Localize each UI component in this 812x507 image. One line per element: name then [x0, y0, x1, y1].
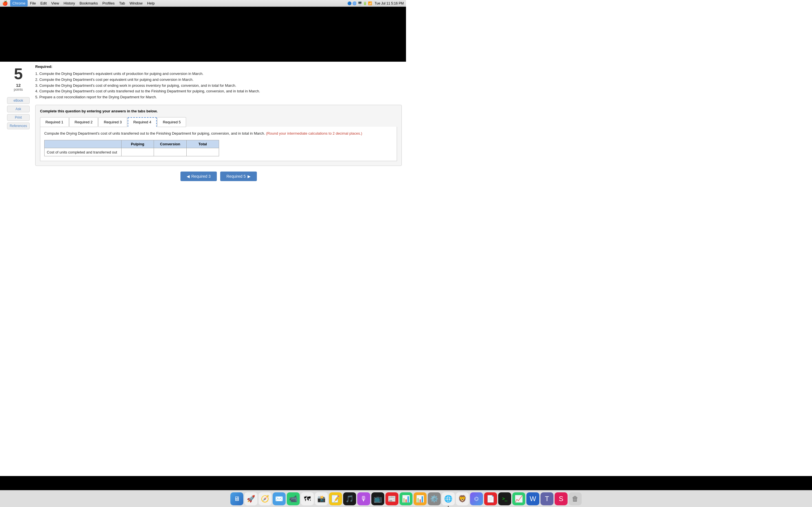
points-label: points: [14, 88, 23, 92]
references-button[interactable]: References: [7, 122, 30, 129]
question-number: 5: [14, 66, 22, 82]
menubar-time: Tue Jul 11 5:16 PM: [374, 1, 404, 5]
table-header-empty: [45, 140, 121, 148]
table-header-conversion: Conversion: [154, 140, 186, 148]
required-list: 1. Compute the Drying Department's equiv…: [35, 71, 402, 100]
menubar-bookmarks[interactable]: Bookmarks: [77, 0, 100, 6]
tab-required-4[interactable]: Required 4: [128, 117, 157, 127]
table-row: Cost of units completed and transferred …: [45, 148, 219, 156]
required-label: Required:: [35, 64, 402, 69]
table-row-label: Cost of units completed and transferred …: [45, 148, 121, 156]
next-button-label: Required 5: [226, 174, 246, 179]
menubar-file[interactable]: File: [28, 0, 38, 6]
nav-buttons: ◀ Required 3 Required 5 ▶: [35, 172, 402, 181]
left-sidebar: 5 12 points eBook Ask Print References: [4, 64, 33, 181]
table-row-pulping-input[interactable]: [121, 148, 154, 156]
menubar-profiles[interactable]: Profiles: [100, 0, 117, 6]
tab-section: Complete this question by entering your …: [35, 105, 402, 166]
menubar-icons: 🔵 🌀 🖥️ 🔋 📶: [347, 1, 372, 5]
tab-note: (Round your intermediate calculations to…: [266, 131, 362, 135]
table-row-total-input[interactable]: [186, 148, 219, 156]
table-header-total: Total: [186, 140, 219, 148]
prev-arrow-icon: ◀: [187, 174, 190, 179]
menubar-chrome[interactable]: Chrome: [10, 0, 28, 6]
tab-description-text: Compute the Drying Department's cost of …: [44, 131, 265, 135]
menubar-history[interactable]: History: [61, 0, 77, 6]
apple-menu[interactable]: 🍎: [2, 1, 8, 6]
tab-required-2[interactable]: Required 2: [69, 117, 98, 127]
required-item-3: 3. Compute the Drying Department's cost …: [35, 83, 402, 89]
menubar-tab[interactable]: Tab: [117, 0, 127, 6]
table-row-conversion-input[interactable]: [154, 148, 186, 156]
next-button[interactable]: Required 5 ▶: [220, 172, 257, 181]
menubar-edit[interactable]: Edit: [38, 0, 49, 6]
required-item-5: 5. Prepare a cost reconciliation report …: [35, 94, 402, 100]
menubar-window[interactable]: Window: [127, 0, 145, 6]
points-value: 12: [16, 83, 21, 88]
required-item-2: 2. Compute the Drying Department's cost …: [35, 77, 402, 83]
question-content: Required: 1. Compute the Drying Departme…: [33, 64, 402, 181]
menubar-help[interactable]: Help: [145, 0, 157, 6]
table-header-pulping: Pulping: [121, 140, 154, 148]
main-content: 5 12 points eBook Ask Print References R…: [0, 62, 406, 184]
tab-required-3[interactable]: Required 3: [98, 117, 127, 127]
black-top-area: [0, 7, 406, 62]
tab-content: Compute the Drying Department's cost of …: [40, 127, 397, 161]
menubar-right: 🔵 🌀 🖥️ 🔋 📶 Tue Jul 11 5:16 PM: [347, 1, 404, 5]
tab-description: Compute the Drying Department's cost of …: [44, 131, 393, 136]
pulping-input-field[interactable]: [121, 148, 154, 156]
tab-required-5[interactable]: Required 5: [157, 117, 186, 127]
tab-instruction: Complete this question by entering your …: [40, 109, 397, 113]
ebook-button[interactable]: eBook: [7, 97, 30, 104]
prev-button-label: Required 3: [192, 174, 211, 179]
total-input-field[interactable]: [187, 148, 219, 156]
data-table: Pulping Conversion Total Cost of units c…: [44, 140, 219, 156]
required-item-4: 4. Compute the Drying Department's cost …: [35, 89, 402, 94]
prev-button[interactable]: ◀ Required 3: [181, 172, 217, 181]
tab-required-1[interactable]: Required 1: [40, 117, 69, 127]
print-button[interactable]: Print: [7, 114, 30, 121]
conversion-input-field[interactable]: [154, 148, 186, 156]
next-arrow-icon: ▶: [248, 174, 251, 179]
menubar-view[interactable]: View: [49, 0, 61, 6]
sidebar-buttons: eBook Ask Print References: [7, 97, 30, 129]
menubar: 🍎 Chrome File Edit View History Bookmark…: [0, 0, 406, 7]
ask-button[interactable]: Ask: [7, 106, 30, 112]
required-item-1: 1. Compute the Drying Department's equiv…: [35, 71, 402, 77]
tabs-row: Required 1 Required 2 Required 3 Require…: [40, 117, 397, 127]
